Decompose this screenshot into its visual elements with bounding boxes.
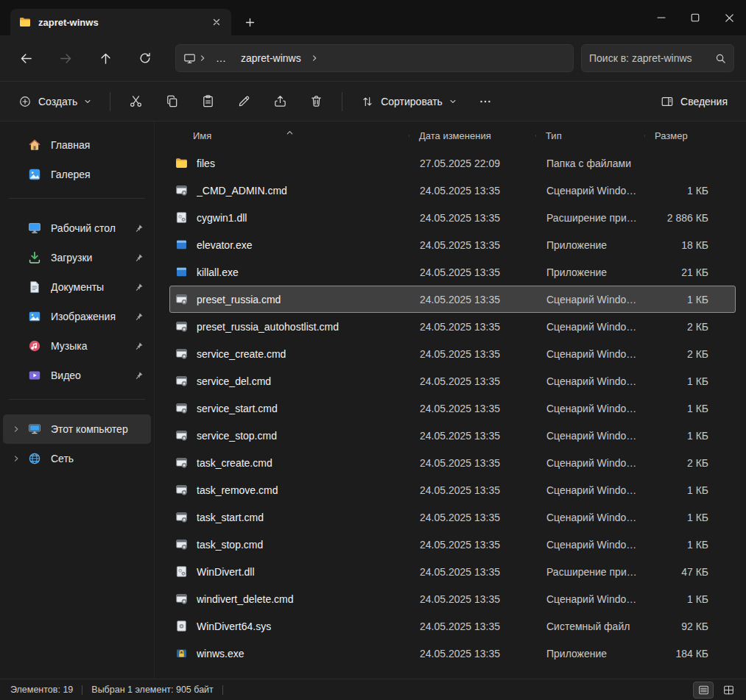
rename-button[interactable]: [231, 88, 258, 114]
status-divider: [82, 685, 82, 695]
sort-button[interactable]: Сортировать: [354, 89, 463, 114]
column-header-date[interactable]: Дата изменения: [409, 130, 535, 141]
sidebar: ГлавнаяГалереяРабочий столЗагрузкиДокуме…: [0, 121, 155, 679]
file-row[interactable]: winws.exe24.05.2025 13:35Приложение184 К…: [169, 640, 736, 667]
selection-info: Выбран 1 элемент: 905 байт: [91, 685, 214, 695]
folder-icon: [175, 157, 188, 169]
tree-expand-slot[interactable]: [9, 425, 28, 434]
up-button[interactable]: [91, 45, 119, 71]
file-date: 24.05.2025 13:35: [409, 403, 536, 414]
back-button[interactable]: [12, 45, 40, 71]
chevron-down-icon: [84, 98, 91, 105]
file-row[interactable]: preset_russia.cmd24.05.2025 13:35Сценари…: [169, 286, 736, 313]
search-input[interactable]: Поиск в: zapret-winws: [589, 52, 692, 64]
create-button[interactable]: Создать: [12, 89, 98, 114]
column-label: Дата изменения: [419, 130, 491, 141]
delete-button[interactable]: [303, 88, 330, 114]
cmd-icon: [175, 320, 188, 333]
file-row[interactable]: windivert_delete.cmd24.05.2025 13:35Сцен…: [169, 585, 736, 612]
sys-icon: [175, 620, 188, 632]
sidebar-item-downloads[interactable]: Загрузки: [3, 243, 151, 272]
details-pane-button[interactable]: Сведения: [654, 89, 734, 114]
file-row[interactable]: WinDivert64.sys24.05.2025 13:35Системный…: [169, 612, 736, 640]
share-button[interactable]: [267, 88, 294, 114]
paste-button[interactable]: [194, 88, 222, 114]
column-header-name[interactable]: Имя: [169, 130, 409, 141]
cmd-icon: [175, 538, 188, 551]
column-header-size[interactable]: Размер: [644, 130, 721, 141]
file-row[interactable]: elevator.exe24.05.2025 13:35Приложение18…: [169, 231, 736, 258]
sidebar-item-label: Загрузки: [51, 252, 134, 264]
file-type: Сценарий Windo…: [536, 375, 645, 387]
sort-arrows-icon: [361, 95, 374, 108]
sidebar-item-pictures[interactable]: Изображения: [3, 302, 151, 331]
tab-close-button[interactable]: [208, 13, 225, 31]
plus-circle-icon: [18, 95, 32, 108]
column-headers: Имя Дата изменения Тип Размер: [169, 124, 736, 146]
file-row[interactable]: task_remove.cmd24.05.2025 13:35Сценарий …: [169, 476, 736, 503]
file-row[interactable]: task_start.cmd24.05.2025 13:35Сценарий W…: [169, 503, 736, 531]
forward-button[interactable]: [52, 45, 80, 71]
minimize-button[interactable]: [644, 0, 678, 35]
tree-expand-slot[interactable]: [9, 454, 28, 463]
search-box[interactable]: Поиск в: zapret-winws: [581, 44, 734, 72]
copy-button[interactable]: [158, 88, 186, 114]
network-icon: [28, 452, 41, 465]
file-row[interactable]: files27.05.2025 22:09Папка с файлами: [169, 149, 736, 177]
close-button[interactable]: [712, 0, 746, 35]
cmd-icon: [175, 593, 188, 605]
cmd-icon: [175, 511, 188, 523]
file-name: preset_russia.cmd: [197, 294, 281, 305]
file-row[interactable]: service_create.cmd24.05.2025 13:35Сценар…: [169, 340, 736, 367]
rename-icon: [237, 94, 251, 108]
file-type: Сценарий Windo…: [536, 484, 645, 496]
file-row[interactable]: cygwin1.dll24.05.2025 13:35Расширение пр…: [169, 204, 736, 231]
file-row[interactable]: task_stop.cmd24.05.2025 13:35Сценарий Wi…: [169, 531, 736, 558]
file-name: service_start.cmd: [197, 403, 278, 414]
thumbnails-view-button[interactable]: [718, 682, 739, 699]
create-label: Создать: [38, 96, 77, 107]
file-row[interactable]: service_del.cmd24.05.2025 13:35Сценарий …: [169, 367, 736, 395]
file-row[interactable]: WinDivert.dll24.05.2025 13:35Расширение …: [169, 558, 736, 585]
file-date: 24.05.2025 13:35: [409, 593, 536, 605]
sidebar-item-thispc[interactable]: Этот компьютер: [3, 414, 151, 444]
more-button[interactable]: [472, 89, 499, 114]
file-name: service_del.cmd: [197, 375, 271, 387]
new-tab-button[interactable]: [239, 11, 261, 33]
file-row[interactable]: killall.exe24.05.2025 13:35Приложение21 …: [169, 258, 736, 286]
pin-icon: [134, 283, 144, 292]
share-icon: [273, 94, 287, 108]
file-row[interactable]: task_create.cmd24.05.2025 13:35Сценарий …: [169, 449, 736, 476]
sidebar-item-video[interactable]: Видео: [3, 361, 151, 390]
cut-button[interactable]: [122, 88, 149, 114]
sidebar-item-gallery[interactable]: Галерея: [3, 160, 151, 189]
explorer-tab[interactable]: zapret-winws: [10, 9, 231, 35]
breadcrumb-folder[interactable]: zapret-winws: [234, 49, 308, 67]
sidebar-item-network[interactable]: Сеть: [3, 444, 151, 473]
refresh-button[interactable]: [131, 45, 159, 71]
file-type: Приложение: [536, 648, 645, 660]
sidebar-item-music[interactable]: Музыка: [3, 331, 151, 361]
details-view-button[interactable]: [693, 682, 714, 699]
details-label: Сведения: [680, 96, 728, 107]
maximize-button[interactable]: [678, 0, 712, 35]
close-icon: [725, 13, 734, 23]
file-row[interactable]: service_stop.cmd24.05.2025 13:35Сценарий…: [169, 422, 736, 449]
column-header-type[interactable]: Тип: [535, 130, 644, 141]
sidebar-item-label: Музыка: [51, 340, 134, 352]
file-size: 1 КБ: [645, 593, 722, 605]
breadcrumb-ellipsis[interactable]: …: [209, 49, 233, 67]
sidebar-item-documents[interactable]: Документы: [3, 272, 151, 302]
sidebar-item-home[interactable]: Главная: [3, 130, 151, 160]
file-row[interactable]: service_start.cmd24.05.2025 13:35Сценари…: [169, 395, 736, 422]
address-bar[interactable]: … zapret-winws: [175, 44, 574, 72]
file-size: 18 КБ: [645, 239, 722, 251]
toolbar-divider: [110, 92, 110, 111]
file-name: cygwin1.dll: [197, 212, 247, 224]
cmd-icon: [175, 375, 188, 387]
file-row[interactable]: _CMD_ADMIN.cmd24.05.2025 13:35Сценарий W…: [169, 177, 736, 204]
chevron-right-icon: [12, 425, 21, 434]
file-row[interactable]: preset_russia_autohostlist.cmd24.05.2025…: [169, 313, 736, 340]
sidebar-item-desktop[interactable]: Рабочий стол: [3, 213, 151, 243]
file-date: 24.05.2025 13:35: [409, 294, 536, 305]
